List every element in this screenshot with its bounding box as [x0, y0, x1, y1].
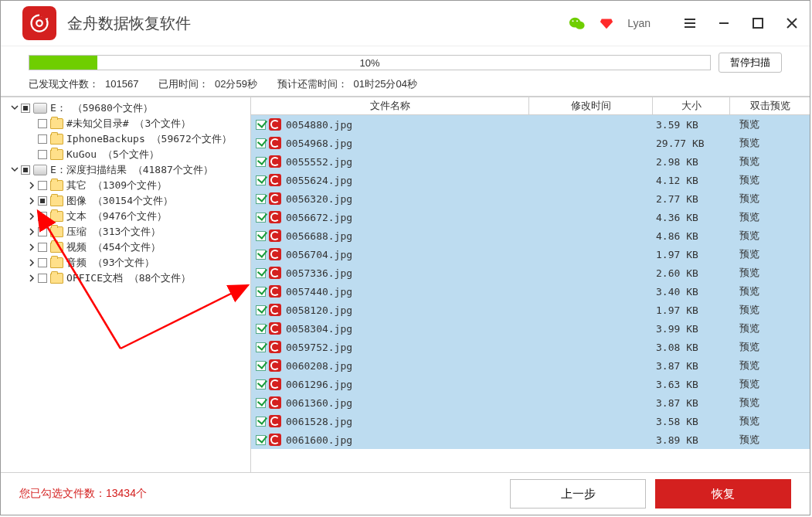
row-checkbox[interactable] [256, 231, 266, 241]
tree-item[interactable]: KuGou （5个文件） [1, 147, 250, 162]
row-checkbox[interactable] [256, 435, 266, 445]
col-preview[interactable]: 双击预览 [730, 97, 810, 114]
file-preview-link[interactable]: 预览 [733, 155, 810, 168]
file-preview-link[interactable]: 预览 [733, 359, 810, 372]
tree-checkbox[interactable] [38, 196, 47, 206]
recover-button[interactable]: 恢复 [655, 479, 791, 508]
table-row[interactable]: 0058120.jpg1.97 KB预览 [251, 301, 810, 319]
col-time[interactable]: 修改时间 [529, 97, 653, 114]
caret-right-icon[interactable] [27, 181, 36, 190]
caret-down-icon[interactable] [10, 165, 19, 175]
file-preview-link[interactable]: 预览 [733, 210, 810, 224]
table-row[interactable]: 0057440.jpg3.40 KB预览 [251, 282, 810, 301]
username-label[interactable]: Lyan [627, 17, 651, 29]
tree-item[interactable]: 图像 （30154个文件） [1, 193, 250, 209]
table-row[interactable]: 0061528.jpg3.58 KB预览 [251, 412, 810, 430]
vip-diamond-icon[interactable] [600, 16, 613, 30]
tree-item[interactable]: 其它 （1309个文件） [1, 178, 250, 193]
row-checkbox[interactable] [256, 342, 266, 352]
file-preview-link[interactable]: 预览 [733, 173, 810, 187]
row-checkbox[interactable] [256, 250, 266, 260]
file-preview-link[interactable]: 预览 [733, 433, 810, 447]
file-preview-link[interactable]: 预览 [733, 377, 810, 391]
file-preview-link[interactable]: 预览 [733, 117, 810, 131]
row-checkbox[interactable] [256, 138, 266, 148]
tree-item[interactable]: 文本 （9476个文件） [1, 209, 250, 224]
tree-checkbox[interactable] [38, 258, 47, 267]
tree-checkbox[interactable] [38, 243, 47, 252]
close-icon[interactable] [782, 13, 802, 33]
table-row[interactable]: 0054968.jpg29.77 KB预览 [251, 134, 810, 152]
tree-item[interactable]: 音频 （93个文件） [1, 255, 250, 270]
table-row[interactable]: 0056320.jpg2.77 KB预览 [251, 189, 810, 208]
tree-item[interactable]: IphoneBackups （59672个文件） [1, 131, 250, 147]
file-preview-link[interactable]: 预览 [733, 284, 810, 298]
col-size[interactable]: 大小 [653, 97, 730, 114]
file-preview-link[interactable]: 预览 [733, 396, 810, 410]
table-row[interactable]: 0061360.jpg3.87 KB预览 [251, 393, 810, 412]
tree-item[interactable]: E：深度扫描结果 （41887个文件） [1, 162, 250, 178]
tree-checkbox[interactable] [38, 181, 47, 190]
row-checkbox[interactable] [256, 305, 266, 315]
table-row[interactable]: 0059752.jpg3.08 KB预览 [251, 338, 810, 356]
file-preview-link[interactable]: 预览 [733, 340, 810, 354]
tree-checkbox[interactable] [21, 104, 30, 113]
row-checkbox[interactable] [256, 398, 266, 408]
table-row[interactable]: 0056704.jpg1.97 KB预览 [251, 245, 810, 264]
file-preview-link[interactable]: 预览 [733, 321, 810, 335]
table-row[interactable]: 0056672.jpg4.36 KB预览 [251, 208, 810, 226]
row-checkbox[interactable] [256, 361, 266, 371]
minimize-icon[interactable] [714, 13, 734, 33]
tree-item[interactable]: E： （59680个文件） [1, 100, 250, 116]
caret-right-icon[interactable] [27, 274, 36, 283]
file-preview-link[interactable]: 预览 [733, 192, 810, 206]
caret-right-icon[interactable] [27, 258, 36, 267]
tree-item[interactable]: 压缩 （313个文件） [1, 224, 250, 240]
tree-checkbox[interactable] [38, 119, 47, 128]
maximize-icon[interactable] [748, 13, 768, 33]
row-checkbox[interactable] [256, 194, 266, 204]
row-checkbox[interactable] [256, 379, 266, 389]
tree-item[interactable]: OFFICE文档 （88个文件） [1, 270, 250, 286]
file-preview-link[interactable]: 预览 [733, 414, 810, 428]
col-name[interactable]: 文件名称 [251, 97, 529, 114]
table-row[interactable]: 0061600.jpg3.89 KB预览 [251, 430, 810, 449]
tree-checkbox[interactable] [38, 227, 47, 236]
tree-item[interactable]: 视频 （454个文件） [1, 240, 250, 255]
row-checkbox[interactable] [256, 417, 266, 427]
table-row[interactable]: 0061296.jpg3.63 KB预览 [251, 375, 810, 393]
file-preview-link[interactable]: 预览 [733, 247, 810, 261]
pause-scan-button[interactable]: 暂停扫描 [719, 53, 782, 73]
caret-right-icon[interactable] [27, 227, 36, 236]
tree-checkbox[interactable] [38, 212, 47, 221]
row-checkbox[interactable] [256, 157, 266, 167]
row-checkbox[interactable] [256, 213, 266, 223]
table-row[interactable]: 0055552.jpg2.98 KB预览 [251, 152, 810, 171]
file-preview-link[interactable]: 预览 [733, 136, 810, 150]
caret-right-icon[interactable] [27, 243, 36, 252]
tree-checkbox[interactable] [38, 134, 47, 144]
caret-down-icon[interactable] [10, 104, 19, 113]
prev-step-button[interactable]: 上一步 [510, 479, 646, 508]
folder-tree[interactable]: E： （59680个文件）#未知父目录# （3个文件）IphoneBackups… [1, 97, 251, 472]
table-row[interactable]: 0058304.jpg3.99 KB预览 [251, 319, 810, 338]
row-checkbox[interactable] [256, 324, 266, 334]
table-row[interactable]: 0054880.jpg3.59 KB预览 [251, 115, 810, 134]
file-preview-link[interactable]: 预览 [733, 266, 810, 280]
table-row[interactable]: 0057336.jpg2.60 KB预览 [251, 264, 810, 282]
menu-icon[interactable] [680, 13, 700, 33]
caret-right-icon[interactable] [27, 212, 36, 221]
tree-checkbox[interactable] [38, 150, 47, 159]
file-preview-link[interactable]: 预览 [733, 303, 810, 317]
tree-checkbox[interactable] [38, 274, 47, 283]
table-row[interactable]: 0055624.jpg4.12 KB预览 [251, 171, 810, 189]
row-checkbox[interactable] [256, 120, 266, 130]
row-checkbox[interactable] [256, 268, 266, 278]
row-checkbox[interactable] [256, 287, 266, 297]
table-row[interactable]: 0056688.jpg4.86 KB预览 [251, 226, 810, 245]
row-checkbox[interactable] [256, 175, 266, 185]
table-body[interactable]: 0054880.jpg3.59 KB预览0054968.jpg29.77 KB预… [251, 115, 810, 472]
wechat-icon[interactable] [569, 15, 586, 31]
tree-checkbox[interactable] [21, 165, 30, 175]
tree-item[interactable]: #未知父目录# （3个文件） [1, 116, 250, 131]
